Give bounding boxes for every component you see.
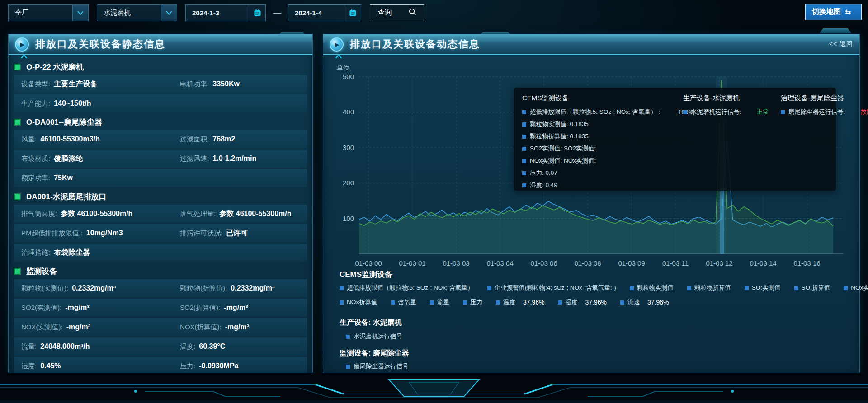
legend-item[interactable]: 企业预警值(颗粒物:4; sOz-; NOx-;含氧气量:-) (487, 284, 616, 292)
svg-text:01-03 11: 01-03 11 (662, 259, 689, 267)
field-label: NOX(折算值): (180, 323, 222, 331)
legend-square-icon (745, 286, 749, 290)
date-to-value: 2024-1-4 (288, 9, 344, 17)
legend-square-icon (522, 159, 526, 163)
search-icon (409, 8, 416, 18)
legend-item[interactable]: NOx实测值 (844, 284, 868, 292)
info-cell: 温度:60.39°C (180, 342, 300, 351)
field-label: 过滤面积: (180, 135, 209, 143)
legend-section-title: CEMS监测设备 (340, 269, 392, 280)
legend-item[interactable]: 温度37.96% (496, 298, 544, 306)
field-value: 布袋除尘器 (54, 248, 90, 256)
top-toolbar: 全厂 水泥磨机 2024-1-3 — 2024-1-4 查询 切换地图 ⇆ (0, 0, 868, 26)
field-value: 24048.000m³/h (40, 342, 90, 350)
legend-item-value: 37.96% (647, 299, 669, 306)
tooltip-column: CEMS监测设备超低排放限值（颗拉物:5: SOz-; NOx; 含氧量）：10… (522, 94, 671, 184)
field-value: 已许可 (226, 229, 248, 237)
legend-item[interactable]: SO:折算值 (794, 284, 830, 292)
field-value: -mg/m³ (225, 323, 249, 331)
info-cell: 风量:46100-55300m3/h (21, 135, 180, 144)
field-value: 75Kw (54, 174, 73, 182)
legend-item[interactable]: 颗粒物实测值 (630, 284, 674, 292)
static-info-panel-title: 排放口及关联设备静态信息 (35, 37, 165, 51)
calendar-icon[interactable] (249, 5, 265, 21)
legend-square-icon (340, 286, 344, 290)
query-button[interactable]: 查询 (370, 4, 424, 21)
legend-square-icon (522, 183, 526, 187)
switch-arrows-icon: ⇆ (845, 8, 851, 16)
legend-item-value: 37.96% (585, 299, 606, 306)
legend-square-icon (487, 286, 491, 290)
field-value: -mg/m³ (66, 323, 90, 331)
back-link[interactable]: << 返回 (829, 40, 853, 48)
tooltip-item-text: 水泥磨机运行信号: (691, 108, 741, 116)
info-row: SO2(实测值):-mg/m³SO2(折算值):-mg/m³ (14, 299, 307, 317)
tooltip-column: 生产设备-水泥磨机水泥磨机运行信号:正常 (683, 94, 769, 184)
legend-square-icon (391, 300, 395, 305)
legend-item[interactable]: 压力 (463, 298, 482, 306)
info-cell: 布袋材质:覆膜涤纶 (21, 154, 180, 164)
legend-item-label: 湿度 (565, 298, 577, 306)
legend-item[interactable]: NOx折算值 (340, 298, 377, 306)
svg-text:01-03 04: 01-03 04 (486, 259, 513, 267)
date-range-separator: — (273, 8, 281, 18)
field-label: 压力: (180, 362, 195, 370)
info-cell: 压力:-0.0930MPa (180, 362, 300, 370)
legend-square-icon (844, 286, 848, 290)
tooltip-item-text: NOx实测值: NOx实测值: (530, 157, 596, 165)
info-cell: 治理措施:布袋除尘器 (21, 248, 180, 258)
legend-item-label: 颗粒物实测值 (637, 284, 674, 292)
dynamic-info-panel-header: ▶ 排放口及关联设备动态信息 << 返回 (323, 34, 859, 55)
chevron-down-icon[interactable] (161, 5, 177, 21)
legend-square-icon (522, 110, 526, 114)
legend-item[interactable]: SO:实测值 (745, 284, 781, 292)
field-label: 布袋材质: (21, 155, 50, 162)
legend-item[interactable]: 超低排放限值（颗拉物:5: SOz-; NOx; 含氧量） (340, 284, 474, 292)
date-from-input[interactable]: 2024-1-3 (185, 4, 266, 21)
legend-item-label: SO:实测值 (752, 284, 781, 292)
tooltip-item-text: 压力: 0.07 (530, 169, 557, 177)
section-header: DA001-水泥磨尾排放口 (14, 188, 307, 205)
production-device-signal[interactable]: 水泥磨机运行信号 (346, 333, 402, 341)
field-label: PM超低排排放限值:: (21, 229, 83, 237)
device-select[interactable]: 水泥磨机 (97, 4, 177, 21)
production-device-title: 生产设备: 水泥磨机 (340, 318, 402, 328)
legend-item[interactable]: 流速37.96% (620, 298, 669, 306)
chevron-down-icon[interactable] (72, 5, 88, 21)
monitor-device-title: 监测设备: 磨尾除尘器 (340, 349, 409, 358)
date-to-input[interactable]: 2024-1-4 (288, 4, 361, 21)
play-icon: ▶ (15, 37, 29, 52)
field-label: 生产能力: (21, 99, 50, 107)
legend-item[interactable]: 流量 (430, 298, 449, 306)
legend-row: 超低排放限值（颗拉物:5: SOz-; NOx; 含氧量）企业预警值(颗粒物:4… (340, 284, 868, 292)
field-label: SO2(折算值): (180, 304, 220, 311)
legend-square-icon (522, 171, 526, 175)
field-value: 主要生产设备 (54, 80, 97, 88)
legend-item-label: 超低排放限值（颗拉物:5: SOz-; NOx; 含氧量） (347, 284, 474, 292)
frame-notch (819, 28, 852, 33)
legend-item-label: NOx实测值 (851, 284, 868, 292)
info-cell: 过滤面积:768m2 (180, 135, 300, 144)
info-cell: 排污许可状况:已许可 (180, 229, 300, 238)
section-title: O-DA001--磨尾除尘器 (26, 117, 102, 127)
info-cell: 湿度:0.45% (21, 362, 180, 370)
plant-select[interactable]: 全厂 (8, 4, 89, 21)
legend-item[interactable]: 含氧量 (391, 298, 417, 306)
calendar-icon[interactable] (344, 5, 361, 21)
field-value: 10mg/Nm3 (86, 229, 123, 237)
section-title: O-P-22 水泥磨机 (26, 62, 84, 72)
dynamic-info-panel: ▶ 排放口及关联设备动态信息 << 返回 单位 1002003004005000… (323, 34, 860, 373)
legend-item[interactable]: 颗粒物折算值 (687, 284, 731, 292)
legend-item[interactable]: 湿度37.96% (558, 298, 606, 306)
field-value: 768m2 (212, 135, 235, 143)
field-value: 1.0-1.2m/min (212, 155, 256, 162)
tooltip-item-value: 正常 (757, 108, 769, 116)
monitor-device-signal[interactable]: 磨尾除尘器运行信号 (346, 362, 409, 370)
legend-square-icon (346, 335, 350, 339)
switch-map-button[interactable]: 切换地图 ⇆ (805, 4, 862, 20)
svg-text:300: 300 (343, 144, 354, 151)
field-value: 60.39°C (199, 342, 225, 350)
field-value: 0.45% (40, 362, 61, 370)
green-square-icon (14, 64, 21, 70)
green-square-icon (14, 193, 21, 200)
